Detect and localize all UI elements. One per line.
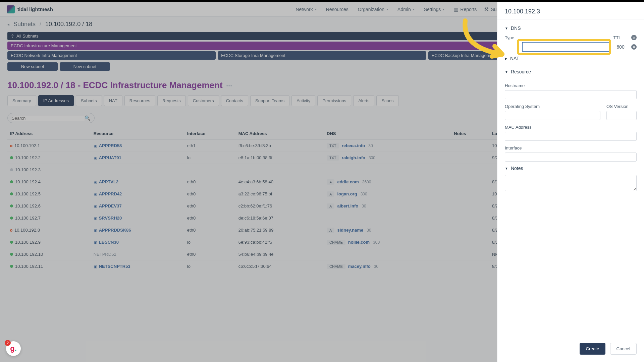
triangle-right-icon: ▶ [505,57,507,60]
search-box[interactable]: 🔍 [7,113,95,123]
notes-textarea[interactable] [505,175,637,191]
dns-type-chip: TXT [327,143,339,148]
brand-text: tidal lightmesh [17,6,53,12]
resource-link[interactable]: APPDEV37 [99,203,122,208]
device-icon: ▣ [94,240,97,244]
triangle-down-icon: ▼ [505,70,508,74]
logo[interactable]: tidal lightmesh [7,5,53,13]
nav-reports[interactable]: ▥Reports [454,7,477,12]
badge-count: 2 [5,340,11,346]
resource-link[interactable]: APPPRD42 [99,191,122,196]
resource-link[interactable]: APPTVL2 [99,179,119,184]
device-icon: ▣ [94,216,97,220]
remove-dns-row-icon[interactable]: ✕ [631,44,637,50]
breadcrumb-current: 10.100.192.0 / 18 [45,21,92,28]
remove-dns-icon[interactable]: ✕ [631,35,637,40]
device-icon: ▣ [94,204,97,208]
dns-host[interactable]: albert.info [337,203,358,208]
col-header: Notes [451,128,489,140]
dns-host[interactable]: logan.org [337,191,357,196]
nav-resources[interactable]: Resources [326,7,348,12]
dns-ttl: 30 [368,143,373,148]
dns-type-chip: A [327,228,334,233]
triangle-down-icon: ▼ [505,26,508,30]
status-dot [10,229,12,232]
status-dot [10,217,13,220]
iface-input[interactable] [505,153,637,162]
dns-host[interactable]: eddie.com [337,179,359,184]
dns-type-chip: CNAME [327,240,345,245]
nav-network[interactable]: Network▾ [296,7,316,12]
resource-link[interactable]: APPPRDDSK86 [99,228,131,233]
dns-header-row: Type TTL ✕ [505,35,637,40]
assistant-icon: g. [10,344,17,353]
status-dot [10,241,13,244]
dns-type-chip: TXT [327,155,339,161]
tab-scans[interactable]: Scans [376,95,398,106]
dns-col-type: Type [505,35,518,40]
resource-link[interactable]: APPUAT91 [99,155,121,160]
create-button[interactable]: Create [580,343,605,355]
label-mac: MAC Address [505,125,637,130]
osver-input[interactable] [606,111,637,120]
col-header: Interface [184,128,236,140]
tab-summary[interactable]: Summary [7,95,36,106]
tab-permissions[interactable]: Permissions [317,95,351,106]
back-icon[interactable]: ◂ [7,22,9,27]
dns-host[interactable]: macey.info [348,264,371,269]
new-subnet-button[interactable]: New subnet [7,62,58,71]
col-header: Resource [91,128,184,140]
nav-organization[interactable]: Organization▾ [358,7,388,12]
logo-mark [7,5,15,13]
tab-alerts[interactable]: Alerts [353,95,374,106]
dns-ttl-value: 600 [614,44,627,50]
breadcrumb-subnets[interactable]: Subnets [13,21,36,28]
resource-link[interactable]: LBSCN30 [99,240,119,245]
hostname-input[interactable] [505,90,637,99]
search-input[interactable] [12,116,85,121]
device-icon: ▣ [94,192,97,196]
new-subnet-button-2[interactable]: New subnet [60,62,110,71]
section-resource[interactable]: ▼Resource [505,65,637,78]
chevron-down-icon: ▾ [413,7,415,11]
cancel-button[interactable]: Cancel [610,343,637,355]
dns-host[interactable]: hollie.com [348,240,370,245]
dns-host[interactable]: sidney.name [337,228,363,233]
mac-input[interactable] [505,132,637,141]
device-icon: ▣ [94,156,97,160]
section-nat[interactable]: ▶NAT [505,52,637,65]
section-notes[interactable]: ▼Notes [505,162,637,175]
dns-host[interactable]: raleigh.info [342,155,365,160]
resource-link[interactable]: SRVSRH20 [99,216,122,221]
status-dot [10,145,12,147]
tab-resources[interactable]: Resources [124,95,155,106]
col-header: IP Address [7,128,91,140]
nav-admin[interactable]: Admin▾ [397,7,415,12]
tab-requests[interactable]: Requests [157,95,186,106]
tab-ip-addresses[interactable]: IP Addresses [38,95,74,106]
status-dot [10,192,13,195]
assistant-bubble[interactable]: 2 g. [6,341,21,356]
dns-host[interactable]: rebeca.info [342,143,365,148]
tab-contacts[interactable]: Contacts [221,95,248,106]
dns-ttl: 3600 [362,180,371,184]
col-header: MAC Address [236,128,324,140]
section-dns[interactable]: ▼DNS [505,21,637,35]
bar-child-1[interactable]: ECDC Network Infra Management [7,51,216,60]
resource-link[interactable]: NETSCNPTR53 [99,264,130,269]
dns-type-chip: CNAME [327,264,345,269]
tab-activity[interactable]: Activity [291,95,315,106]
resource-link[interactable]: APPPRD58 [99,143,122,148]
tab-customers[interactable]: Customers [188,95,219,106]
nav-settings[interactable]: Settings▾ [424,7,445,12]
dns-value-input[interactable] [522,42,610,52]
tab-subnets[interactable]: Subnets [76,95,102,106]
side-panel: 10.100.192.3 ▼DNS Type TTL ✕ 600 ✕ ▶NAT … [497,2,644,362]
more-icon[interactable]: ⋯ [226,82,232,89]
tab-support-teams[interactable]: Support Teams [250,95,289,106]
bar-child-2[interactable]: ECDC Storage Inra Management [218,51,426,60]
label-hostname: Hostname [505,83,637,88]
os-input[interactable] [505,111,600,120]
dns-col-ttl: TTL [607,35,627,40]
tab-nat[interactable]: NAT [104,95,122,106]
